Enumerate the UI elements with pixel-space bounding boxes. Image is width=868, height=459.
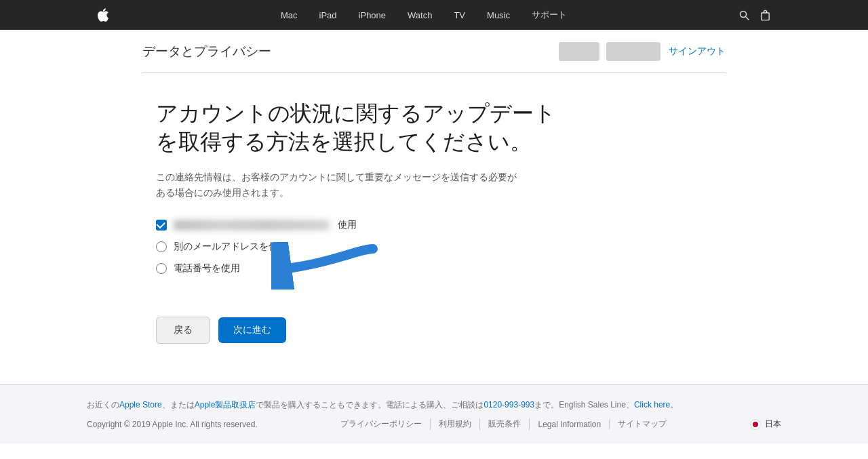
blue-arrow-annotation — [271, 242, 380, 290]
footer-text-end: まで。English Sales Line、 — [534, 400, 634, 410]
footer-apple-store-link[interactable]: Apple Store — [119, 400, 162, 410]
footer: お近くのApple Store、またはApple製品取扱店で製品を購入することも… — [0, 384, 868, 443]
nav-item-support[interactable]: サポート — [521, 9, 578, 21]
japan-flag-icon — [750, 419, 761, 430]
footer-top: お近くのApple Store、またはApple製品取扱店で製品を購入することも… — [87, 399, 781, 412]
user-info — [559, 42, 660, 61]
nav-item-music[interactable]: Music — [476, 9, 521, 20]
footer-links: プライバシーポリシー 利用規約 販売条件 Legal Information サ… — [332, 418, 675, 430]
footer-language[interactable]: 日本 — [750, 418, 781, 430]
action-buttons: 戻る 次に進む — [156, 317, 712, 344]
nav-item-ipad[interactable]: iPad — [309, 9, 348, 20]
signout-button[interactable]: サインアウト — [669, 45, 726, 58]
footer-text-prefix: お近くの — [87, 400, 119, 410]
svg-line-1 — [746, 16, 749, 20]
option-current-email[interactable]: 使用 — [156, 219, 712, 231]
page-title: データとプライバシー — [142, 43, 271, 60]
avatar-email — [606, 42, 660, 61]
nav-item-mac[interactable]: Mac — [270, 9, 309, 20]
radio-other-email[interactable] — [156, 241, 167, 252]
checkbox-icon — [156, 220, 167, 231]
footer-sales-link[interactable]: 販売条件 — [480, 418, 530, 430]
use-label-1: 使用 — [338, 219, 357, 231]
footer-text-middle: 、または — [162, 400, 195, 410]
nav-item-watch[interactable]: Watch — [397, 9, 443, 20]
radio-phone[interactable] — [156, 263, 167, 274]
footer-sitemap-link[interactable]: サイトマップ — [610, 418, 675, 430]
next-button[interactable]: 次に進む — [218, 317, 286, 343]
svg-rect-2 — [762, 12, 769, 20]
footer-phone-link[interactable]: 0120-993-993 — [484, 400, 534, 410]
apple-logo[interactable] — [98, 8, 108, 22]
option-phone[interactable]: 電話番号を使用 — [156, 262, 712, 275]
nav-item-iphone[interactable]: iPhone — [348, 9, 397, 20]
nav-icon-group — [739, 9, 770, 21]
page-header: データとプライバシー サインアウト — [142, 30, 726, 73]
navigation-bar: Mac iPad iPhone Watch TV Music サポート — [0, 0, 868, 30]
nav-item-tv[interactable]: TV — [443, 9, 476, 20]
main-heading: アカウントの状況に関するアップデートを取得する方法を選択してください。 — [156, 100, 576, 156]
option-phone-label[interactable]: 電話番号を使用 — [174, 262, 240, 275]
footer-legal-link[interactable]: Legal Information — [530, 420, 610, 429]
option-other-email-label[interactable]: 別のメールアドレスを使用 — [174, 241, 288, 253]
footer-text-suffix: で製品を購入することもできます。電話による購入、ご相談は — [256, 400, 484, 410]
contact-options: 使用 別のメールアドレスを使用 電話番号を使用 — [156, 219, 712, 275]
footer-copyright: Copyright © 2019 Apple Inc. All rights r… — [87, 420, 258, 429]
avatar-name — [559, 42, 599, 61]
header-right: サインアウト — [559, 42, 726, 61]
footer-click-here-link[interactable]: Click here — [634, 400, 670, 410]
footer-bottom: Copyright © 2019 Apple Inc. All rights r… — [87, 418, 781, 430]
nav-items-list: Mac iPad iPhone Watch TV Music サポート — [108, 9, 739, 21]
footer-lang-label: 日本 — [765, 418, 781, 430]
back-button[interactable]: 戻る — [156, 317, 210, 344]
search-button[interactable] — [739, 10, 749, 20]
page-header-wrapper: データとプライバシー サインアウト — [0, 30, 868, 73]
main-content: アカウントの状況に関するアップデートを取得する方法を選択してください。 この連絡… — [142, 73, 726, 384]
svg-point-0 — [741, 11, 747, 17]
footer-reseller-link[interactable]: Apple製品取扱店 — [195, 400, 256, 410]
footer-terms-link[interactable]: 利用規約 — [431, 418, 480, 430]
subtitle-text: この連絡先情報は、お客様のアカウントに関して重要なメッセージを送信する必要がある… — [156, 169, 522, 200]
bag-button[interactable] — [760, 9, 770, 21]
footer-privacy-link[interactable]: プライバシーポリシー — [332, 418, 431, 430]
option-other-email[interactable]: 別のメールアドレスを使用 — [156, 241, 712, 253]
blurred-email-display — [174, 220, 330, 231]
